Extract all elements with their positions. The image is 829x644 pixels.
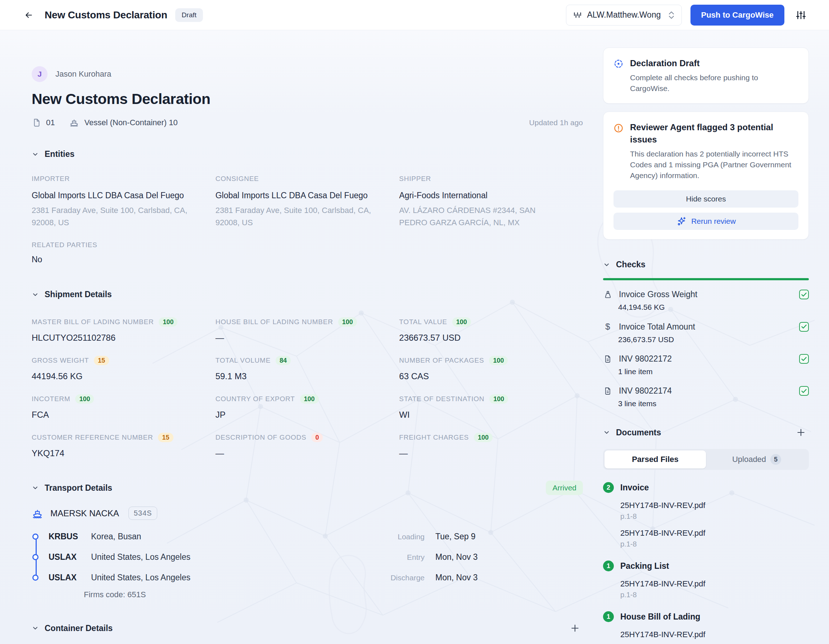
score-badge: 100 — [75, 394, 94, 404]
score-badge: 100 — [489, 394, 508, 404]
hide-scores-button[interactable]: Hide scores — [613, 191, 798, 208]
field-total-volume: TOTAL VOLUME84 59.1 M3 — [216, 356, 399, 381]
voyage-badge: 534S — [128, 507, 158, 520]
file-text-icon — [604, 355, 612, 364]
score-badge: 84 — [276, 356, 291, 365]
rerun-review-button[interactable]: Rerun review — [613, 213, 798, 230]
plus-icon — [796, 428, 805, 437]
importer-block: IMPORTER Global Imports LLC DBA Casa Del… — [32, 175, 216, 229]
dollar-icon: $ — [603, 322, 612, 332]
shipment-details-header[interactable]: Shipment Details — [32, 290, 583, 299]
field-country-of-export: COUNTRY OF EXPORT100 JP — [216, 394, 399, 420]
draft-card-title: Declaration Draft — [630, 57, 700, 69]
check-icon — [801, 293, 807, 297]
doc-file[interactable]: 25HY174B-INV-REV.pdf — [620, 630, 809, 639]
check-item-total-amount: $ Invoice Total Amount 236,673.57 USD — [603, 322, 809, 344]
reviewer-card-body: This declaration has 2 potentially incor… — [630, 149, 798, 181]
entities-section-header[interactable]: Entities — [32, 149, 583, 159]
status-badge: Draft — [175, 8, 203, 22]
check-passed-checkbox[interactable] — [799, 354, 809, 364]
check-passed-checkbox[interactable] — [799, 290, 809, 299]
doc-file[interactable]: 25HY174B-INV-REV.pdf p.1-8 — [620, 529, 809, 548]
route-timeline: KRBUS Korea, Busan Loading Tue, Sep 9 US… — [32, 526, 583, 599]
settings-sliders-button[interactable] — [793, 7, 809, 23]
checks-section: Checks Invoice Gro — [603, 260, 809, 408]
section-title: Transport Details — [45, 483, 112, 493]
score-badge: 100 — [452, 317, 471, 327]
topbar: New Customs Declaration Draft ALW.Matthe… — [0, 0, 829, 30]
tab-uploaded[interactable]: Uploaded 5 — [706, 450, 807, 468]
barcode-icon — [573, 10, 582, 20]
account-selector-value: ALW.Matthew.Wong — [587, 10, 663, 20]
related-parties-block: RELATED PARTIES No — [32, 241, 583, 265]
check-item-gross-weight: Invoice Gross Weight 44,194.56 KG — [603, 290, 809, 312]
field-customer-reference: CUSTOMER REFERENCE NUMBER15 YKQ174 — [32, 433, 216, 458]
score-badge: 0 — [311, 433, 323, 442]
field-number-of-packages: NUMBER OF PACKAGES100 63 CAS — [399, 356, 583, 381]
consignee-address: 2381 Faraday Ave, Suite 100, Carlsbad, C… — [216, 204, 374, 229]
review-sidebar: Declaration Draft Complete all checks be… — [603, 47, 809, 644]
shipper-block: SHIPPER Agri-Foods International AV. LÁZ… — [399, 175, 583, 229]
field-gross-weight: GROSS WEIGHT15 44194.56 KG — [32, 356, 216, 381]
draft-card-body: Complete all checks before pushing to Ca… — [630, 72, 798, 94]
transport-mode: Vessel (Non-Container) 10 — [69, 118, 177, 128]
doc-count-badge: 2 — [603, 482, 614, 493]
score-badge: 100 — [474, 433, 493, 442]
section-title: Documents — [616, 428, 661, 438]
uploaded-count-badge: 5 — [770, 454, 781, 465]
section-title: Entities — [45, 149, 74, 159]
doc-file[interactable]: 25HY174B-INV-REV.pdf p.1-8 — [620, 579, 809, 599]
check-passed-checkbox[interactable] — [799, 322, 809, 332]
account-selector[interactable]: ALW.Matthew.Wong — [566, 5, 682, 25]
chevron-down-icon — [32, 291, 39, 298]
check-icon — [801, 389, 807, 393]
score-badge: 100 — [159, 317, 177, 327]
declaration-main: J Jason Kurohara New Customs Declaration… — [32, 66, 583, 644]
consignee-block: CONSIGNEE Global Imports LLC DBA Casa De… — [216, 175, 399, 229]
vessel-icon — [32, 508, 43, 519]
sliders-icon — [796, 10, 806, 20]
checks-progress-bar — [603, 278, 809, 280]
chevron-down-icon — [603, 261, 610, 268]
tab-parsed-files[interactable]: Parsed Files — [604, 450, 706, 468]
add-container-button[interactable] — [567, 620, 583, 636]
chevron-down-icon — [32, 484, 39, 491]
milestone-date: Mon, Nov 3 — [435, 552, 496, 562]
related-parties-label: RELATED PARTIES — [32, 241, 583, 249]
doc-count-badge: 1 — [603, 561, 614, 571]
section-title: Checks — [616, 260, 646, 269]
plus-icon — [570, 624, 580, 633]
add-document-button[interactable] — [793, 425, 809, 440]
documents-header[interactable]: Documents — [603, 425, 809, 440]
field-state-of-destination: STATE OF DESTINATION100 WI — [399, 394, 583, 420]
milestone-date: Tue, Sep 9 — [435, 532, 496, 542]
entities-section: Entities IMPORTER Global Imports LLC DBA… — [32, 149, 583, 265]
push-to-cargowise-button[interactable]: Push to CargoWise — [690, 5, 785, 25]
milestone-label: Entry — [367, 553, 425, 562]
sparkle-icon — [676, 216, 687, 227]
milestone-date: Mon, Nov 3 — [435, 573, 496, 583]
container-details-header[interactable]: Container Details — [32, 620, 583, 636]
doc-count-badge: 1 — [603, 611, 614, 622]
checks-header[interactable]: Checks — [603, 260, 809, 269]
check-icon — [801, 324, 807, 329]
shipper-name: Agri-Foods International — [399, 189, 554, 202]
stop-row-discharge: USLAX United States, Los Angeles Dischar… — [32, 567, 583, 588]
topbar-title: New Customs Declaration — [45, 9, 167, 21]
doc-file[interactable]: 25HY174B-INV-REV.pdf p.1-8 — [620, 501, 809, 521]
creator-row: J Jason Kurohara — [32, 66, 583, 82]
doc-group-invoice: 2 Invoice 25HY174B-INV-REV.pdf p.1-8 25H… — [603, 482, 809, 548]
shipper-label: SHIPPER — [399, 175, 583, 183]
check-icon — [801, 357, 807, 361]
doc-group-house-bill: 1 House Bill of Lading 25HY174B-INV-REV.… — [603, 611, 809, 639]
file-text-icon — [604, 387, 612, 395]
transport-details-header[interactable]: Transport Details Arrived — [32, 481, 583, 495]
field-house-bill: HOUSE BILL OF LADING NUMBER100 — — [216, 317, 399, 343]
check-passed-checkbox[interactable] — [799, 386, 809, 396]
back-button[interactable] — [22, 8, 36, 22]
consignee-name: Global Imports LLC DBA Casa Del Fuego — [216, 189, 370, 202]
timeline-dot — [32, 534, 38, 540]
arrow-left-icon — [24, 10, 33, 20]
arrived-badge: Arrived — [546, 481, 583, 495]
check-item-inv-98022174: INV 98022174 3 line items — [603, 386, 809, 408]
